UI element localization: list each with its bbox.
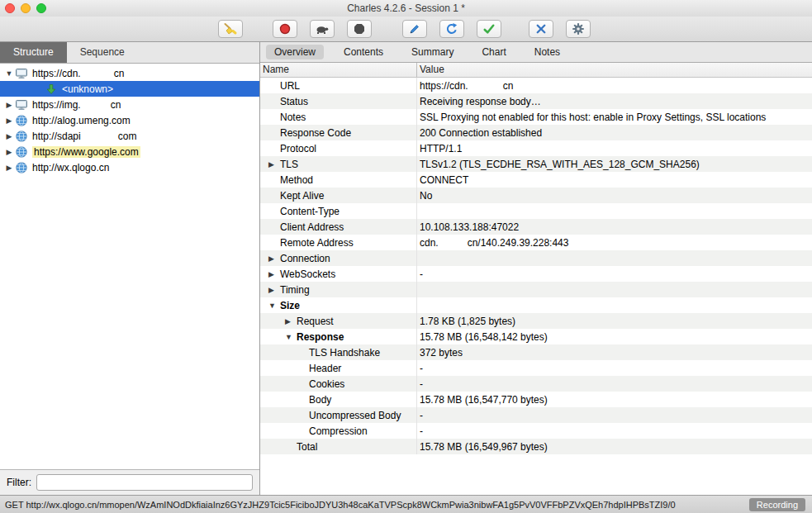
close-button[interactable]	[5, 3, 15, 13]
column-header-value[interactable]: Value	[417, 63, 812, 77]
table-row[interactable]: ▶Request1.78 KB (1,825 bytes)	[260, 313, 812, 329]
collapse-icon[interactable]: ▼	[3, 69, 15, 78]
compose-button[interactable]	[402, 20, 427, 38]
column-header-name[interactable]: Name	[260, 63, 417, 77]
tree-item[interactable]: ▶http://sdapicom	[0, 128, 259, 144]
row-name: ▶Request	[260, 313, 417, 329]
text: CONNECT	[420, 174, 468, 186]
expand-icon[interactable]: ▶	[3, 148, 15, 156]
table-row[interactable]: ▶Timing	[260, 282, 812, 297]
redacted-text	[468, 81, 503, 91]
tree-item[interactable]: ▶https://www.google.com	[0, 144, 259, 159]
collapse-icon[interactable]: ▼	[285, 333, 297, 341]
table-row[interactable]: Kept AliveNo	[260, 188, 812, 203]
table-row[interactable]: Total15.78 MB (16,549,967 bytes)	[260, 439, 812, 454]
text: cdn.	[420, 237, 439, 249]
expand-icon[interactable]: ▶	[285, 317, 297, 325]
table-row[interactable]: TLS Handshake372 bytes	[260, 344, 812, 360]
tools-button[interactable]	[529, 20, 553, 38]
expand-icon[interactable]: ▶	[268, 286, 280, 294]
repeat-button[interactable]	[439, 20, 464, 38]
expand-icon[interactable]: ▶	[268, 254, 280, 263]
tree-item[interactable]: ▶http://alog.umeng.com	[0, 112, 259, 128]
tree-item-label: http://wx.qlogo.cn	[32, 162, 109, 173]
gear-icon	[572, 22, 585, 36]
text: -	[420, 410, 423, 421]
expand-icon[interactable]: ▶	[268, 160, 280, 169]
table-row[interactable]: Body15.78 MB (16,547,770 bytes)	[260, 392, 812, 407]
settings-button[interactable]	[566, 20, 591, 38]
tree-item-label: <unknown>	[62, 83, 113, 95]
table-row[interactable]: Client Address10.108.133.188:47022	[260, 219, 812, 235]
row-value: -	[417, 363, 812, 374]
text: No	[420, 190, 432, 202]
record-button[interactable]	[273, 20, 297, 38]
row-value: No	[417, 190, 812, 202]
toolbar-group-clear	[218, 20, 243, 38]
tab-contents[interactable]: Contents	[335, 45, 392, 59]
row-name: Notes	[260, 109, 417, 125]
zoom-button[interactable]	[36, 3, 46, 13]
tab-notes[interactable]: Notes	[526, 45, 568, 59]
row-name-text: WebSockets	[280, 268, 335, 280]
row-value: CONNECT	[417, 174, 812, 186]
expand-icon[interactable]: ▶	[3, 116, 15, 125]
tab-chart[interactable]: Chart	[473, 45, 514, 59]
expand-icon[interactable]: ▶	[268, 270, 280, 278]
tree-item[interactable]: ▶https://img.cn	[0, 97, 259, 112]
table-row[interactable]: ▼Response15.78 MB (16,548,142 bytes)	[260, 329, 812, 344]
table-row[interactable]: Remote Addresscdn.cn/140.249.39.228:443	[260, 235, 812, 250]
tab-sequence[interactable]: Sequence	[67, 42, 138, 63]
table-row[interactable]: Compression-	[260, 423, 812, 439]
table-row[interactable]: URLhttps://cdn.cn	[260, 78, 812, 93]
tab-summary[interactable]: Summary	[403, 45, 462, 59]
host-icon	[15, 67, 28, 80]
table-row[interactable]: Uncompressed Body-	[260, 407, 812, 423]
minimize-button[interactable]	[21, 3, 31, 13]
tree-item[interactable]: ▼https://cdn.cn	[0, 65, 259, 81]
expand-icon[interactable]: ▶	[3, 164, 15, 172]
table-row[interactable]: Response Code200 Connection established	[260, 125, 812, 140]
filter-input[interactable]	[36, 474, 253, 491]
table-row[interactable]: Header-	[260, 360, 812, 376]
text: -	[420, 363, 423, 374]
row-name-text: Protocol	[280, 143, 316, 154]
text: SSL Proxying not enabled for this host: …	[420, 112, 766, 123]
text: cn	[114, 68, 125, 79]
tab-structure[interactable]: Structure	[0, 42, 67, 63]
row-name: Compression	[260, 423, 417, 439]
collapse-icon[interactable]: ▼	[268, 302, 280, 310]
table-row[interactable]: StatusReceiving response body…	[260, 93, 812, 109]
breakpoints-button[interactable]	[347, 20, 372, 38]
expand-icon[interactable]: ▶	[3, 132, 15, 140]
globe-icon	[15, 161, 28, 174]
pencil-icon	[408, 22, 421, 36]
host-icon	[15, 98, 28, 112]
text: https://www.google.com	[34, 146, 139, 158]
table-row[interactable]: ▶WebSockets-	[260, 266, 812, 282]
row-name-text: Cookies	[309, 378, 344, 390]
table-row[interactable]: Cookies-	[260, 376, 812, 392]
structure-tree: ▼https://cdn.cn<unknown>▶https://img.cn▶…	[0, 64, 259, 469]
table-row[interactable]: ▶TLSTLSv1.2 (TLS_ECDHE_RSA_WITH_AES_128_…	[260, 156, 812, 172]
tab-overview[interactable]: Overview	[266, 45, 324, 59]
table-row[interactable]: Content-Type	[260, 203, 812, 219]
table-row[interactable]: MethodCONNECT	[260, 172, 812, 188]
toolbar-group-actions	[402, 20, 501, 38]
tree-item[interactable]: <unknown>	[0, 81, 259, 97]
text: -	[420, 378, 423, 390]
table-row[interactable]: NotesSSL Proxying not enabled for this h…	[260, 109, 812, 125]
recording-badge: Recording	[749, 498, 805, 511]
table-row[interactable]: ProtocolHTTP/1.1	[260, 140, 812, 156]
tree-item[interactable]: ▶http://wx.qlogo.cn	[0, 159, 259, 175]
row-name-text: Compression	[309, 425, 368, 437]
throttle-button[interactable]	[310, 20, 335, 38]
table-row[interactable]: ▶Connection	[260, 250, 812, 266]
table-row[interactable]: ▼Size	[260, 297, 812, 313]
validate-button[interactable]	[477, 20, 501, 38]
expand-icon[interactable]: ▶	[3, 101, 15, 109]
table-header: Name Value	[260, 63, 812, 78]
clear-session-button[interactable]	[218, 20, 243, 38]
text: <unknown>	[62, 83, 113, 95]
row-value: -	[417, 425, 812, 437]
